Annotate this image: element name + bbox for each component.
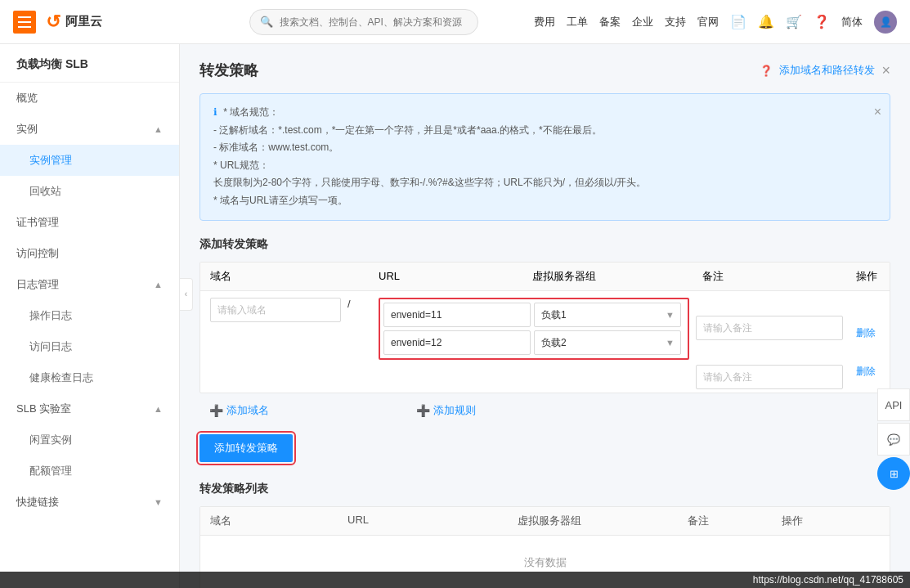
content-inner: 转发策略 ❓ 添加域名和路径转发 × ℹ * 域名规范： - 泛解析域名：*.t… <box>180 44 910 588</box>
page-header: 转发策略 ❓ 添加域名和路径转发 × <box>199 61 890 80</box>
cart-icon[interactable]: 🛒 <box>786 14 802 29</box>
info-close-button[interactable]: × <box>874 101 881 124</box>
topnav: ↺ 阿里云 🔍 费用 工单 备案 企业 支持 官网 📄 🔔 🛒 ❓ 简体 👤 <box>0 0 910 44</box>
list-col-note: 备注 <box>688 514 775 528</box>
sidebar: 负载均衡 SLB 概览 实例 ▲ 实例管理 回收站 证书管理 访问控制 日志管理… <box>0 44 180 588</box>
grid-icon: ⊞ <box>890 468 899 480</box>
sidebar-item-health-log[interactable]: 健康检查日志 <box>0 362 179 393</box>
logo-text: 阿里云 <box>65 14 102 29</box>
info-line-2: - 泛解析域名：*.test.com，*一定在第一个字符，并且是*或者*aaa.… <box>213 124 602 136</box>
doc-icon[interactable]: 📄 <box>730 14 746 29</box>
logo-area: ↺ 阿里云 <box>46 11 102 33</box>
chevron-lab-icon: ▲ <box>154 404 163 414</box>
url-input-1[interactable] <box>383 303 531 327</box>
list-col-url: URL <box>347 514 511 528</box>
list-col-domain: 域名 <box>210 514 341 528</box>
info-line-6: * 域名与URL请至少填写一项。 <box>213 195 347 206</box>
grid-button[interactable]: ⊞ <box>877 457 910 490</box>
nav-link-record[interactable]: 备案 <box>599 15 621 29</box>
notes-col <box>696 316 843 389</box>
note-input-1[interactable] <box>696 316 843 340</box>
server-group-select-wrap-2: 负载2 ▼ <box>534 330 681 355</box>
chevron-icon: ▲ <box>154 124 163 134</box>
page-header-right: ❓ 添加域名和路径转发 × <box>760 62 890 79</box>
help-icon[interactable]: ❓ <box>814 14 830 29</box>
col-domain: 域名 <box>210 269 341 284</box>
info-line-4: * URL规范： <box>213 159 269 171</box>
sidebar-item-access[interactable]: 访问控制 <box>0 238 179 269</box>
lang-switcher[interactable]: 简体 <box>841 15 863 29</box>
url-text: https://blog.csdn.net/qq_41788605 <box>753 574 903 586</box>
hamburger-icon[interactable] <box>13 11 36 34</box>
server-group-select-1[interactable]: 负载1 <box>534 303 681 327</box>
info-icon: ℹ <box>213 106 217 118</box>
avatar[interactable]: 👤 <box>874 11 897 34</box>
content-area: 转发策略 ❓ 添加域名和路径转发 × ℹ * 域名规范： - 泛解析域名：*.t… <box>180 44 910 588</box>
nav-link-ticket[interactable]: 工单 <box>567 15 588 29</box>
sidebar-item-recycle[interactable]: 回收站 <box>0 176 179 207</box>
strategy-table-header: 域名 URL 虚拟服务器组 备注 操作 <box>200 507 890 536</box>
rule-row-2: 负载2 ▼ <box>383 330 684 355</box>
rule-row-1: 负载1 ▼ <box>383 303 684 327</box>
sidebar-item-log[interactable]: 日志管理 ▲ <box>0 269 179 300</box>
nav-link-cost[interactable]: 费用 <box>534 15 555 29</box>
url-input-2[interactable] <box>383 330 531 355</box>
logo-icon: ↺ <box>46 11 61 33</box>
delete-link-2[interactable]: 删除 <box>856 365 910 379</box>
search-input[interactable] <box>280 16 468 28</box>
topnav-left: ↺ 阿里云 <box>13 11 193 34</box>
sidebar-title: 负载均衡 SLB <box>0 44 179 83</box>
add-rule-link[interactable]: ➕ 添加规则 <box>416 403 476 418</box>
topnav-right: 费用 工单 备案 企业 支持 官网 📄 🔔 🛒 ❓ 简体 👤 <box>534 11 897 34</box>
col-server: 虚拟服务器组 <box>532 269 696 284</box>
nav-link-support[interactable]: 支持 <box>665 15 686 29</box>
topnav-search: 🔍 <box>193 9 534 35</box>
server-group-select-2[interactable]: 负载2 <box>534 330 681 355</box>
domain-cell <box>210 298 341 322</box>
plus-icon-rule: ➕ <box>416 404 430 417</box>
delete-col: 删除 删除 <box>849 326 910 379</box>
section-title-add: 添加转发策略 <box>199 237 890 252</box>
api-button[interactable]: API <box>877 388 910 421</box>
sidebar-item-quota[interactable]: 配额管理 <box>0 456 179 487</box>
sidebar-item-lab[interactable]: SLB 实验室 ▲ <box>0 393 179 424</box>
delete-link-1[interactable]: 删除 <box>856 326 910 340</box>
list-col-action: 操作 <box>782 514 880 528</box>
close-button[interactable]: × <box>881 62 890 79</box>
submit-button[interactable]: 添加转发策略 <box>199 434 293 462</box>
add-row: ➕ 添加域名 ➕ 添加规则 <box>199 400 890 421</box>
bell-icon[interactable]: 🔔 <box>758 14 774 29</box>
sidebar-item-op-log[interactable]: 操作日志 <box>0 300 179 331</box>
section-title-list: 转发策略列表 <box>199 482 890 496</box>
note-input-2[interactable] <box>696 365 843 389</box>
sidebar-item-instance-mgmt[interactable]: 实例管理 <box>0 145 179 176</box>
col-url: URL <box>379 270 526 282</box>
form-table-header: 域名 URL 虚拟服务器组 备注 操作 <box>200 263 890 291</box>
sidebar-item-quick[interactable]: 快捷链接 ▼ <box>0 487 179 518</box>
server-group-select-wrap-1: 负载1 ▼ <box>534 303 681 327</box>
nav-link-enterprise[interactable]: 企业 <box>632 15 653 29</box>
chevron-log-icon: ▲ <box>154 280 163 290</box>
sidebar-item-access-log[interactable]: 访问日志 <box>0 331 179 362</box>
slash-1: / <box>347 298 372 310</box>
url-bar: https://blog.csdn.net/qq_41788605 <box>0 572 910 588</box>
sidebar-item-cert[interactable]: 证书管理 <box>0 207 179 238</box>
main-layout: 负载均衡 SLB 概览 实例 ▲ 实例管理 回收站 证书管理 访问控制 日志管理… <box>0 44 910 588</box>
highlight-group: 负载1 ▼ 负载 <box>379 298 689 360</box>
sidebar-item-instance[interactable]: 实例 ▲ <box>0 114 179 145</box>
search-box: 🔍 <box>249 9 478 35</box>
info-line-5: 长度限制为2-80个字符，只能使用字母、数字和-/.%?#&这些字符；URL不能… <box>213 177 646 188</box>
col-note: 备注 <box>702 269 849 284</box>
info-line-3: - 标准域名：www.test.com。 <box>213 141 338 153</box>
chevron-quick-icon: ▼ <box>154 497 163 507</box>
chat-button[interactable]: 💬 <box>877 423 910 456</box>
sidebar-item-overview[interactable]: 概览 <box>0 83 179 114</box>
nav-link-official[interactable]: 官网 <box>697 15 719 29</box>
page-title: 转发策略 <box>199 61 258 80</box>
help-link[interactable]: 添加域名和路径转发 <box>779 63 875 78</box>
sidebar-item-idle[interactable]: 闲置实例 <box>0 424 179 456</box>
list-col-server: 虚拟服务器组 <box>518 514 681 528</box>
info-box: ℹ * 域名规范： - 泛解析域名：*.test.com，*一定在第一个字符，并… <box>199 93 890 221</box>
add-domain-link[interactable]: ➕ 添加域名 <box>209 403 269 418</box>
domain-input[interactable] <box>210 298 341 322</box>
